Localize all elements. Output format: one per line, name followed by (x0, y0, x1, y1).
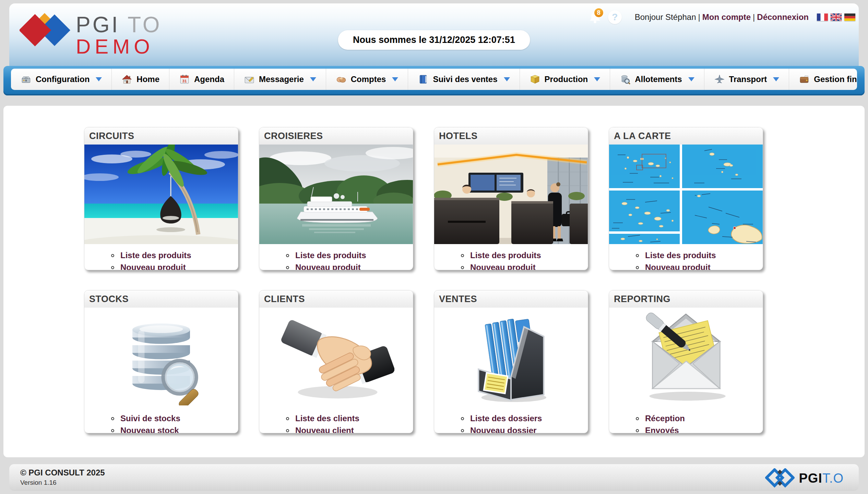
svg-text:31: 31 (182, 79, 187, 83)
notification-badge: 8 (594, 8, 604, 18)
menu-agenda[interactable]: 31 Agenda (169, 69, 234, 90)
link-liste-des-clients[interactable]: Liste des clients (286, 414, 413, 423)
menu-transport[interactable]: Transport (704, 69, 789, 90)
beach-photo (84, 145, 238, 244)
card-stocks: STOCKS (84, 290, 238, 433)
card-circuits: CIRCUITS (84, 127, 238, 270)
home-icon (121, 74, 132, 85)
card-title: CIRCUITS (84, 127, 238, 145)
link-nouveau-produit[interactable]: Nouveau produit (111, 263, 238, 270)
link-liste-des-produits[interactable]: Liste des produits (636, 251, 763, 260)
app-footer: © PGI CONSULT 2025 Version 1.16 PGIT.O (9, 464, 859, 491)
logo-title: PGI TO (76, 14, 162, 36)
language-switcher (817, 13, 855, 21)
logo-diamonds-icon (20, 9, 71, 48)
link-envoyes[interactable]: Envoyés (636, 426, 763, 433)
brand-text-dark: PGI (799, 471, 822, 485)
menu-allotements[interactable]: Allotements (610, 69, 704, 90)
logo-subtitle: DEMO (76, 36, 162, 57)
link-liste-des-dossiers[interactable]: Liste des dossiers (461, 414, 588, 423)
french-flag-icon[interactable] (817, 13, 828, 21)
british-flag-icon[interactable] (831, 13, 842, 21)
app-header: PGI TO DEMO Nous sommes le 31/12/2025 12… (9, 3, 859, 66)
dashboard-cards: CIRCUITS (84, 127, 763, 433)
airplane-icon (714, 74, 725, 85)
link-reception[interactable]: Réception (636, 414, 763, 423)
envelope-pen-icon (244, 74, 255, 85)
link-liste-des-produits[interactable]: Liste des produits (286, 251, 413, 260)
card-ventes: VENTES (434, 290, 588, 433)
database-search-icon (620, 74, 631, 85)
hands-icon (336, 74, 347, 85)
chevron-down-icon (594, 77, 600, 81)
link-nouveau-produit[interactable]: Nouveau produit (461, 263, 588, 270)
german-flag-icon[interactable] (844, 13, 855, 21)
card-title: CLIENTS (259, 290, 413, 308)
menu-suivi-des-ventes[interactable]: Suivi des ventes (408, 69, 520, 90)
menu-gestion-financiere[interactable]: Gestion financière (789, 69, 857, 90)
chevron-down-icon (773, 77, 779, 81)
cruise-ship-photo (259, 145, 413, 244)
help-icon[interactable]: ? (608, 10, 622, 24)
card-title: STOCKS (84, 290, 238, 308)
envelope-pen-illustration (609, 308, 763, 407)
chevron-down-icon (310, 77, 316, 81)
date-banner: Nous sommes le 31/12/2025 12:07:51 (338, 30, 530, 50)
version-text: Version 1.16 (20, 479, 105, 486)
logout-link[interactable]: Déconnexion (757, 12, 809, 22)
link-nouveau-dossier[interactable]: Nouveau dossier (461, 426, 588, 433)
card-title: CROISIERES (259, 127, 413, 145)
file-box-illustration (434, 308, 588, 407)
card-title: REPORTING (609, 290, 763, 308)
notifications-bell-icon[interactable]: 8 (587, 9, 603, 25)
card-hotels: HOTELS (434, 127, 588, 270)
chevron-down-icon (96, 77, 102, 81)
wallet-icon (799, 74, 810, 85)
package-icon (530, 74, 540, 85)
hotel-reception-photo (434, 145, 588, 244)
user-greeting: Bonjour Stéphan|Mon compte|Déconnexion (635, 12, 809, 22)
card-a-la-carte: A LA CARTE (609, 127, 763, 270)
card-title: VENTES (434, 290, 588, 308)
card-title: A LA CARTE (609, 127, 763, 145)
link-nouveau-produit[interactable]: Nouveau produit (286, 263, 413, 270)
card-reporting: REPORTING (609, 290, 763, 433)
link-nouveau-client[interactable]: Nouveau client (286, 426, 413, 433)
app-logo: PGI TO DEMO (20, 9, 162, 57)
card-croisieres: CROISIERES (259, 127, 413, 270)
link-liste-des-produits[interactable]: Liste des produits (111, 251, 238, 260)
card-title: HOTELS (434, 127, 588, 145)
menu-comptes[interactable]: Comptes (326, 69, 408, 90)
brand-text-blue: T.O (822, 471, 844, 485)
chevron-down-icon (504, 77, 510, 81)
ledger-icon (418, 74, 429, 85)
link-liste-des-produits[interactable]: Liste des produits (461, 251, 588, 260)
copyright-text: © PGI CONSULT 2025 (20, 468, 105, 478)
menu-home[interactable]: Home (112, 69, 169, 90)
pgito-brand-logo: PGIT.O (765, 468, 844, 488)
database-magnifier-illustration (84, 308, 238, 407)
link-nouveau-stock[interactable]: Nouveau stock (111, 426, 238, 433)
calendar-icon: 31 (179, 74, 190, 85)
menu-messagerie[interactable]: Messagerie (234, 69, 326, 90)
main-content-panel: CIRCUITS (3, 106, 865, 457)
toolbox-icon (21, 74, 32, 85)
main-navbar: Configuration Home 31 Agenda (3, 66, 865, 95)
chevron-down-icon (392, 77, 398, 81)
chevron-down-icon (688, 77, 694, 81)
link-suivi-de-stocks[interactable]: Suivi de stocks (111, 414, 238, 423)
greeting-text: Bonjour Stéphan (635, 12, 696, 22)
menu-production[interactable]: Production (520, 69, 610, 90)
menu-configuration[interactable]: Configuration (11, 69, 112, 90)
link-nouveau-produit[interactable]: Nouveau produit (636, 263, 763, 270)
polynesia-map (609, 145, 763, 244)
topbar-actions: 8 ? Bonjour Stéphan|Mon compte|Déconnexi… (587, 9, 856, 25)
my-account-link[interactable]: Mon compte (702, 12, 751, 22)
brand-diamonds-icon (765, 468, 795, 488)
handshake-illustration (259, 308, 413, 407)
card-clients: CLIENTS (259, 290, 413, 433)
